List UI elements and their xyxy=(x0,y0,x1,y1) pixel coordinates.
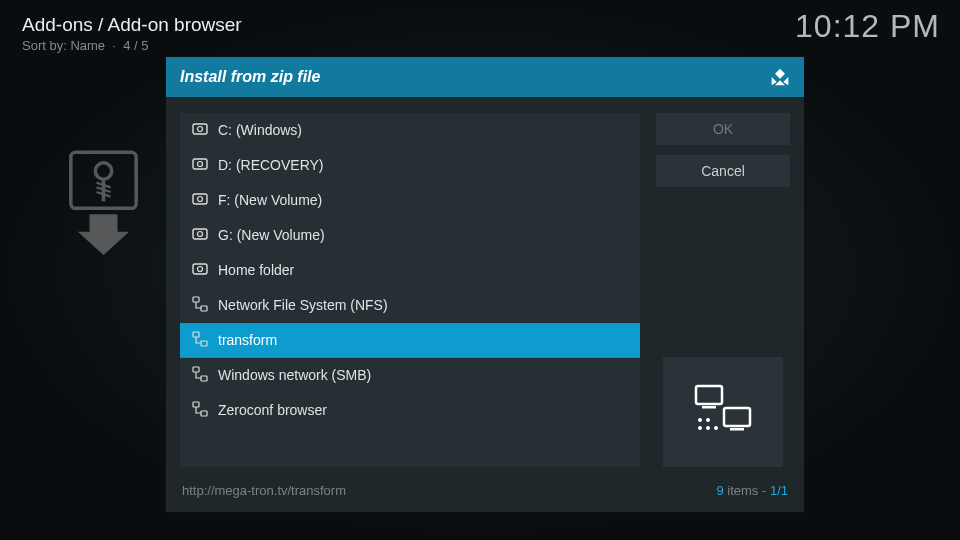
svg-point-7 xyxy=(198,196,203,201)
clock: 10:12 PM xyxy=(795,8,940,45)
svg-point-3 xyxy=(198,126,203,131)
svg-rect-15 xyxy=(201,341,207,346)
breadcrumb: Add-ons / Add-on browser xyxy=(22,14,242,36)
file-item-label: G: (New Volume) xyxy=(218,227,325,243)
svg-rect-8 xyxy=(193,229,207,239)
file-item-label: Zeroconf browser xyxy=(218,402,327,418)
network-icon xyxy=(192,296,208,315)
svg-rect-22 xyxy=(724,408,750,426)
file-item[interactable]: transform xyxy=(180,323,640,358)
sort-line: Sort by: Name · 4 / 5 xyxy=(22,38,242,53)
dialog-title: Install from zip file xyxy=(180,68,320,86)
file-item-label: Windows network (SMB) xyxy=(218,367,371,383)
footer-path: http://mega-tron.tv/transform xyxy=(182,483,346,498)
svg-rect-16 xyxy=(193,367,199,372)
ok-button[interactable]: OK xyxy=(656,113,790,145)
dialog-title-bar: Install from zip file xyxy=(166,57,804,97)
file-list: C: (Windows)D: (RECOVERY)F: (New Volume)… xyxy=(180,113,640,467)
svg-rect-4 xyxy=(193,159,207,169)
svg-rect-14 xyxy=(193,332,199,337)
svg-rect-6 xyxy=(193,194,207,204)
svg-rect-23 xyxy=(730,428,744,431)
svg-rect-18 xyxy=(193,402,199,407)
file-item-label: D: (RECOVERY) xyxy=(218,157,324,173)
file-item[interactable]: F: (New Volume) xyxy=(180,183,640,218)
network-icon xyxy=(192,366,208,385)
file-item[interactable]: C: (Windows) xyxy=(180,113,640,148)
file-item[interactable]: Network File System (NFS) xyxy=(180,288,640,323)
kodi-logo-icon xyxy=(770,67,790,87)
drive-icon xyxy=(192,261,208,280)
svg-point-1 xyxy=(95,163,111,179)
svg-rect-20 xyxy=(696,386,722,404)
file-item[interactable]: Zeroconf browser xyxy=(180,393,640,428)
svg-rect-2 xyxy=(193,124,207,134)
svg-point-11 xyxy=(198,266,203,271)
svg-point-9 xyxy=(198,231,203,236)
svg-rect-19 xyxy=(201,411,207,416)
file-item[interactable]: Home folder xyxy=(180,253,640,288)
svg-rect-21 xyxy=(702,406,716,409)
svg-point-5 xyxy=(198,161,203,166)
drive-icon xyxy=(192,226,208,245)
svg-rect-17 xyxy=(201,376,207,381)
drive-icon xyxy=(192,191,208,210)
svg-point-28 xyxy=(714,426,718,430)
file-item-label: F: (New Volume) xyxy=(218,192,322,208)
file-item[interactable]: G: (New Volume) xyxy=(180,218,640,253)
sort-by-label[interactable]: Sort by: Name xyxy=(22,38,105,53)
file-item-label: transform xyxy=(218,332,277,348)
svg-point-25 xyxy=(706,418,710,422)
svg-point-26 xyxy=(698,426,702,430)
drive-icon xyxy=(192,156,208,175)
svg-point-27 xyxy=(706,426,710,430)
network-share-icon xyxy=(688,382,758,442)
svg-rect-13 xyxy=(201,306,207,311)
page-indicator: 4 / 5 xyxy=(123,38,148,53)
cancel-button[interactable]: Cancel xyxy=(656,155,790,187)
network-icon xyxy=(192,331,208,350)
svg-rect-12 xyxy=(193,297,199,302)
network-icon xyxy=(192,401,208,420)
svg-rect-10 xyxy=(193,264,207,274)
file-item-label: C: (Windows) xyxy=(218,122,302,138)
install-from-zip-dialog: Install from zip file C: (Windows)D: (RE… xyxy=(165,56,805,513)
drive-icon xyxy=(192,121,208,140)
file-item-label: Home folder xyxy=(218,262,294,278)
zip-install-icon xyxy=(66,150,141,255)
svg-point-24 xyxy=(698,418,702,422)
preview-thumbnail xyxy=(663,357,783,467)
file-item[interactable]: Windows network (SMB) xyxy=(180,358,640,393)
file-item-label: Network File System (NFS) xyxy=(218,297,388,313)
file-item[interactable]: D: (RECOVERY) xyxy=(180,148,640,183)
footer-item-count: 9 items - 1/1 xyxy=(716,483,788,498)
